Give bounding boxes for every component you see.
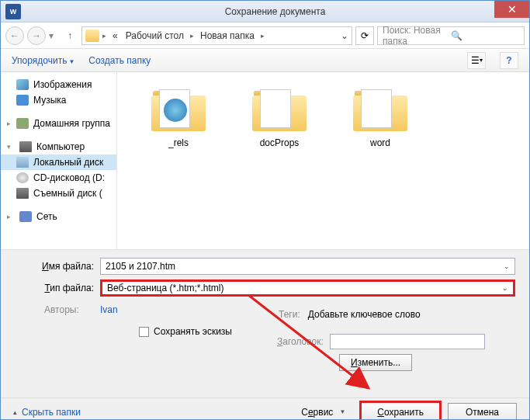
breadcrumb-item[interactable]: Рабочий стол <box>123 30 187 41</box>
nav-history-dropdown[interactable]: ▾ <box>49 30 58 41</box>
expand-icon[interactable]: ▸ <box>7 120 12 127</box>
save-thumbnail-checkbox[interactable] <box>139 327 149 337</box>
forward-button[interactable]: → <box>27 26 46 45</box>
breadcrumb-dropdown-icon[interactable]: ⌄ <box>341 30 348 41</box>
change-button[interactable]: Изменить... <box>339 354 412 371</box>
folder-item[interactable]: _rels <box>136 88 221 148</box>
sidebar-item-removable[interactable]: Съемный диск ( <box>1 186 116 201</box>
sidebar-item-pictures[interactable]: Изображения <box>1 77 116 92</box>
folder-item[interactable]: docProps <box>237 88 322 148</box>
search-placeholder: Поиск: Новая папка <box>383 25 451 47</box>
window-title: Сохранение документа <box>21 6 529 17</box>
expand-icon[interactable]: ▴ <box>13 408 17 416</box>
folder-item[interactable]: word <box>338 88 423 148</box>
organize-button[interactable]: Упорядочить▼ <box>12 55 74 66</box>
chevron-icon: ▸ <box>101 32 108 40</box>
computer-icon <box>19 141 32 152</box>
sidebar-item-cd[interactable]: CD-дисковод (D: <box>1 170 116 186</box>
titlebar: W Сохранение документа ✕ <box>1 1 529 23</box>
close-button[interactable]: ✕ <box>494 1 529 18</box>
save-button[interactable]: Сохранить <box>359 401 442 421</box>
filename-label: Имя файла: <box>15 261 100 272</box>
chevron-icon: ▸ <box>259 32 266 40</box>
body: Изображения Музыка ▸ Домашняя группа ▾ К… <box>1 72 529 249</box>
tags-value[interactable]: Добавьте ключевое слово <box>308 309 421 320</box>
sidebar: Изображения Музыка ▸ Домашняя группа ▾ К… <box>1 72 117 249</box>
file-view[interactable]: _rels docProps word <box>117 72 529 249</box>
chevron-icon: ▸ <box>189 32 196 40</box>
service-label[interactable]: Сервис <box>301 407 333 418</box>
sidebar-item-local-disk[interactable]: Локальный диск <box>1 154 116 170</box>
folder-icon <box>151 88 206 131</box>
view-button[interactable]: ☰▾ <box>467 52 486 69</box>
sidebar-item-network[interactable]: ▸ Сеть <box>1 209 116 224</box>
search-input[interactable]: Поиск: Новая папка 🔍 <box>377 26 525 45</box>
folder-icon <box>353 88 407 131</box>
refresh-button[interactable]: ⟳ <box>355 26 374 45</box>
search-icon: 🔍 <box>451 30 519 41</box>
save-form: Имя файла: 2105 и 2107.htm⌄ Тип файла: В… <box>1 249 529 397</box>
cancel-button[interactable]: Отмена <box>448 403 517 421</box>
filetype-input[interactable]: Веб-страница (*.htm;*.html)⌄ <box>100 279 515 297</box>
up-button[interactable]: ↑ <box>61 27 78 44</box>
toolbar: Упорядочить▼ Создать папку ☰▾ ? <box>1 49 529 72</box>
hide-folders-link[interactable]: Скрыть папки <box>22 407 81 418</box>
help-button[interactable]: ? <box>500 52 518 69</box>
sidebar-item-homegroup[interactable]: ▸ Домашняя группа <box>1 116 116 131</box>
new-folder-button[interactable]: Создать папку <box>88 55 151 66</box>
sidebar-item-music[interactable]: Музыка <box>1 92 116 108</box>
homegroup-icon <box>16 118 29 129</box>
filetype-label: Тип файла: <box>15 283 100 293</box>
title-label: Заголовок: <box>277 336 324 347</box>
save-thumbnail-label: Сохранять эскизы <box>154 326 232 337</box>
tags-label: Теги: <box>279 309 300 320</box>
title-input[interactable] <box>330 334 485 349</box>
disk-icon <box>16 157 29 168</box>
cd-icon <box>16 172 29 183</box>
filename-input[interactable]: 2105 и 2107.htm⌄ <box>100 258 515 275</box>
music-icon <box>16 95 29 106</box>
collapse-icon[interactable]: ▾ <box>7 143 15 151</box>
breadcrumb-item[interactable]: Новая папка <box>197 30 258 41</box>
footer: ▴ Скрыть папки Сервис ▼ Сохранить Отмена <box>1 397 529 420</box>
word-icon: W <box>5 4 21 19</box>
pictures-icon <box>16 79 29 90</box>
folder-icon <box>85 30 99 42</box>
expand-icon[interactable]: ▸ <box>7 213 15 220</box>
network-icon <box>19 211 32 222</box>
service-dropdown-icon[interactable]: ▼ <box>339 408 345 415</box>
back-button[interactable]: ← <box>5 26 24 45</box>
breadcrumb[interactable]: ▸ « Рабочий стол ▸ Новая папка ▸ ⌄ <box>81 26 352 45</box>
folder-icon <box>252 88 307 131</box>
sidebar-item-computer[interactable]: ▾ Компьютер <box>1 139 116 154</box>
navbar: ← → ▾ ↑ ▸ « Рабочий стол ▸ Новая папка ▸… <box>1 23 529 49</box>
usb-icon <box>16 188 29 199</box>
breadcrumb-ellipsis[interactable]: « <box>109 30 121 41</box>
